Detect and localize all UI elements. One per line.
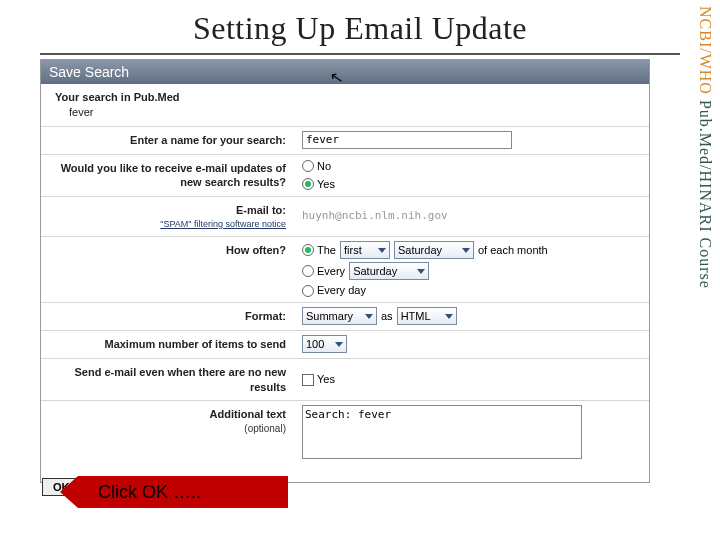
divider xyxy=(40,53,680,55)
even-label: Send e-mail even when there are no new r… xyxy=(41,359,296,401)
emailto-label-text: E-mail to: xyxy=(236,204,286,216)
howoften-the-radio[interactable]: The xyxy=(302,243,336,258)
howoften-everyday-radio[interactable]: Every day xyxy=(302,283,366,298)
callout-box: Click OK ….. xyxy=(78,476,288,508)
checkbox-icon xyxy=(302,374,314,386)
callout-text: Click OK ….. xyxy=(78,482,201,503)
howoften-every-label: Every xyxy=(317,264,345,279)
save-search-panel: Save Search Your search in Pub.Med fever… xyxy=(40,59,650,483)
sidebar-accent: NCBI/WHO xyxy=(697,6,714,95)
row-additional: Additional text (optional) Search: fever xyxy=(41,401,649,463)
row-even: Send e-mail even when there are no new r… xyxy=(41,359,649,402)
format-as: as xyxy=(381,309,393,324)
radio-icon xyxy=(302,160,314,172)
row-emailto: E-mail to: "SPAM" filtering software not… xyxy=(41,197,649,237)
addl-label: Additional text (optional) xyxy=(41,401,296,463)
howoften-every-radio[interactable]: Every xyxy=(302,264,345,279)
course-sidebar-text: NCBI/WHO Pub.Med/HINARI Course xyxy=(696,6,714,289)
radio-icon xyxy=(302,178,314,190)
format-html-select[interactable]: HTML xyxy=(397,307,457,325)
search-label-text: Your search in Pub.Med xyxy=(55,91,180,103)
panel-header: Save Search xyxy=(41,60,649,84)
format-label: Format: xyxy=(41,303,296,330)
row-updates: Would you like to receive e-mail updates… xyxy=(41,155,649,198)
updates-yes-radio[interactable]: Yes xyxy=(302,177,335,192)
max-select[interactable]: 100 xyxy=(302,335,347,353)
row-max: Maximum number of items to send 100 xyxy=(41,331,649,359)
search-label: Your search in Pub.Med fever xyxy=(41,84,296,126)
row-search: Your search in Pub.Med fever xyxy=(41,84,649,127)
name-input[interactable]: fever xyxy=(302,131,512,149)
radio-icon xyxy=(302,285,314,297)
howoften-ofeach: of each month xyxy=(478,243,548,258)
howoften-every-select[interactable]: Saturday xyxy=(349,262,429,280)
sidebar-rest: Pub.Med/HINARI Course xyxy=(697,95,714,289)
slide-title: Setting Up Email Update xyxy=(0,0,720,53)
radio-icon xyxy=(302,244,314,256)
name-label: Enter a name for your search: xyxy=(41,127,296,154)
format-select[interactable]: Summary xyxy=(302,307,377,325)
howoften-day-select[interactable]: Saturday xyxy=(394,241,474,259)
row-format: Format: Summary as HTML xyxy=(41,303,649,331)
updates-no-label: No xyxy=(317,159,331,174)
emailto-label: E-mail to: "SPAM" filtering software not… xyxy=(41,197,296,236)
even-yes-label: Yes xyxy=(317,372,335,387)
max-label: Maximum number of items to send xyxy=(41,331,296,358)
updates-no-radio[interactable]: No xyxy=(302,159,335,174)
even-yes-checkbox[interactable]: Yes xyxy=(302,372,335,387)
arrow-left-icon xyxy=(60,476,78,508)
row-howoften: How often? The first Saturday of each mo… xyxy=(41,237,649,303)
spam-notice-link[interactable]: "SPAM" filtering software notice xyxy=(47,218,286,230)
search-value: fever xyxy=(55,105,286,120)
howoften-the-label: The xyxy=(317,243,336,258)
radio-icon xyxy=(302,265,314,277)
howoften-label: How often? xyxy=(41,237,296,302)
row-name: Enter a name for your search: fever xyxy=(41,127,649,155)
updates-yes-label: Yes xyxy=(317,177,335,192)
addl-sub: (optional) xyxy=(47,422,286,436)
updates-label: Would you like to receive e-mail updates… xyxy=(41,155,296,197)
emailto-value: huynh@ncbi.nlm.nih.gov xyxy=(302,209,448,224)
howoften-everyday-label: Every day xyxy=(317,283,366,298)
additional-text-input[interactable]: Search: fever xyxy=(302,405,582,459)
howoften-ordinal-select[interactable]: first xyxy=(340,241,390,259)
addl-label-text: Additional text xyxy=(210,408,286,420)
